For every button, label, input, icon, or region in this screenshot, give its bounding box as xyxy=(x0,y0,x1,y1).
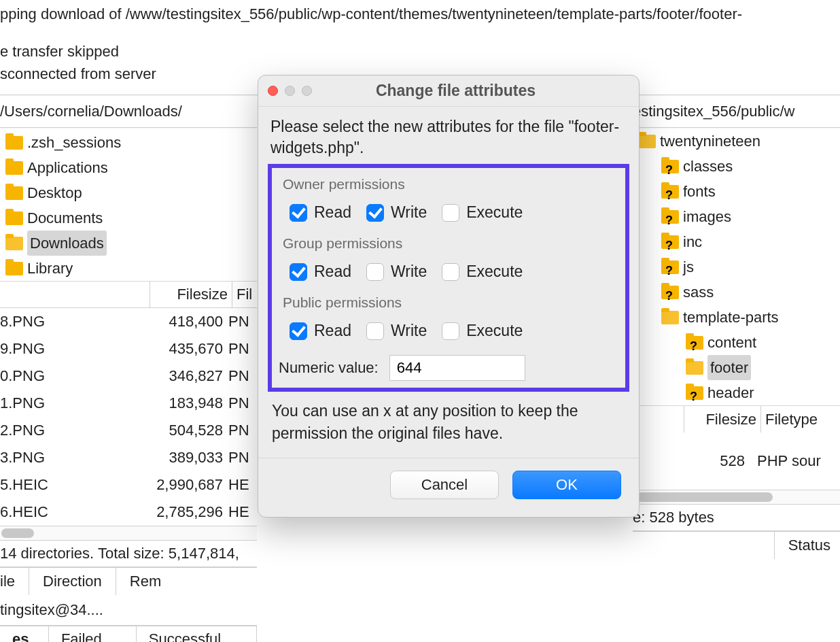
file-size: 2,990,687 xyxy=(121,471,223,499)
file-type: PN xyxy=(223,444,256,471)
tree-item[interactable]: sass xyxy=(633,280,840,305)
queue-col-direction[interactable]: Direction xyxy=(33,573,111,590)
owner-read-check[interactable]: Read xyxy=(290,203,351,222)
tree-item[interactable]: classes xyxy=(633,154,840,179)
file-type: HE xyxy=(223,471,256,499)
folder-unknown-icon xyxy=(661,185,679,199)
col-filetype[interactable]: Filetype xyxy=(765,411,840,428)
local-status: 14 directories. Total size: 5,147,814, xyxy=(0,541,257,567)
table-row[interactable]: 3.PNG389,033PN xyxy=(0,444,257,471)
tree-item[interactable]: inc xyxy=(633,229,840,254)
public-read-check[interactable]: Read xyxy=(290,322,351,340)
local-folder-tree[interactable]: .zsh_sessionsApplicationsDesktopDocument… xyxy=(0,129,257,281)
remote-hscroll[interactable] xyxy=(633,490,840,505)
file-type: PHP sour xyxy=(745,452,840,470)
folder-unknown-icon xyxy=(661,210,679,224)
tab-successful[interactable]: Successful transfers (4) xyxy=(137,626,257,642)
table-row[interactable]: 8.PNG418,400PN xyxy=(0,308,257,335)
table-row[interactable]: 2.PNG504,528PN xyxy=(0,417,257,444)
tree-item[interactable]: js xyxy=(633,254,840,280)
local-file-list[interactable]: 8.PNG418,400PN9.PNG435,670PN0.PNG346,827… xyxy=(0,308,257,526)
sidebar-item[interactable]: Downloads xyxy=(0,231,257,256)
log-line: pping download of /www/testingsitex_556/… xyxy=(0,3,840,25)
remote-path[interactable]: estingsitex_556/public/w xyxy=(633,96,840,127)
tree-item[interactable]: fonts xyxy=(633,179,840,204)
checkbox-icon xyxy=(442,204,459,222)
local-hscroll[interactable] xyxy=(0,526,257,541)
table-row[interactable]: 1.PNG183,948PN xyxy=(0,390,257,417)
cancel-button[interactable]: Cancel xyxy=(390,471,499,499)
dialog-buttons: Cancel OK xyxy=(258,458,639,517)
tree-root[interactable]: twentynineteen xyxy=(660,129,760,154)
group-write-check[interactable]: Write xyxy=(366,263,427,281)
file-size: 346,827 xyxy=(121,362,223,390)
folder-unknown-icon xyxy=(661,260,679,274)
sidebar-item[interactable]: Documents xyxy=(0,205,257,231)
folder-icon xyxy=(5,262,23,275)
col-filetype[interactable]: Fil xyxy=(237,286,257,303)
file-name: 8.PNG xyxy=(0,308,121,335)
table-row[interactable]: 5.HEIC2,990,687HE xyxy=(0,471,257,499)
tab-failed[interactable]: Failed transfers xyxy=(49,626,137,642)
dialog-titlebar[interactable]: Change file attributes xyxy=(258,75,639,107)
folder-label: classes xyxy=(683,154,733,179)
folder-label: inc xyxy=(683,229,702,254)
sidebar-item[interactable]: Library xyxy=(0,256,257,281)
sidebar-item[interactable]: Desktop xyxy=(0,180,257,205)
folder-unknown-icon xyxy=(661,286,679,299)
remote-folder-tree[interactable]: twentynineteen classesfontsimagesincjssa… xyxy=(633,129,840,405)
queue-col-remote[interactable]: Rem xyxy=(120,573,171,590)
public-write-check[interactable]: Write xyxy=(366,322,427,340)
checkbox-icon xyxy=(290,204,307,222)
sidebar-item[interactable]: Applications xyxy=(0,155,257,180)
tree-item[interactable]: content xyxy=(657,330,840,355)
owner-execute-check[interactable]: Execute xyxy=(442,203,523,222)
queue-col-status[interactable]: Status xyxy=(779,537,840,554)
permissions-highlight: Owner permissions Read Write Execute Gro… xyxy=(268,164,629,392)
folder-label: fonts xyxy=(683,179,716,204)
queue-header-right: Status xyxy=(633,530,840,559)
group-execute-check[interactable]: Execute xyxy=(442,263,523,281)
folder-label: sass xyxy=(683,280,714,305)
folder-icon xyxy=(5,212,23,225)
group-read-check[interactable]: Read xyxy=(290,263,351,281)
window-close-icon[interactable] xyxy=(268,86,278,96)
owner-write-check[interactable]: Write xyxy=(366,203,427,222)
folder-label: Desktop xyxy=(27,180,82,205)
folder-label: Library xyxy=(27,256,73,281)
public-permissions: Public permissions Read Write Execute xyxy=(277,290,620,350)
file-name: 9.PNG xyxy=(0,335,121,362)
numeric-value-input[interactable] xyxy=(389,355,525,381)
tree-item[interactable]: footer xyxy=(657,355,840,380)
queue-row[interactable]: tingsitex@34.... xyxy=(0,595,257,625)
dialog-instruction: Please select the new attributes for the… xyxy=(268,116,629,163)
folder-unknown-icon xyxy=(661,160,679,173)
tree-item[interactable]: images xyxy=(633,204,840,229)
dialog-title: Change file attributes xyxy=(282,82,629,100)
file-size: 435,670 xyxy=(121,335,223,362)
table-row[interactable]: 0.PNG346,827PN xyxy=(0,362,257,390)
table-row[interactable]: 9.PNG435,670PN xyxy=(0,335,257,362)
queue-col-file[interactable]: ile xyxy=(0,573,24,590)
ok-button[interactable]: OK xyxy=(512,471,621,499)
numeric-label: Numeric value: xyxy=(279,359,379,377)
local-path[interactable]: /Users/cornelia/Downloads/ xyxy=(0,103,182,120)
sidebar-item[interactable]: .zsh_sessions xyxy=(0,130,257,155)
folder-label: footer xyxy=(707,355,751,380)
file-type: PN xyxy=(223,308,256,335)
checkbox-icon xyxy=(366,263,384,281)
tab-queued[interactable]: es (1) xyxy=(0,626,49,642)
table-row[interactable]: 6.HEIC2,785,296HE xyxy=(0,499,257,526)
checkbox-icon xyxy=(442,263,459,281)
public-execute-check[interactable]: Execute xyxy=(442,322,523,340)
remote-file-row[interactable]: 528 PHP sour xyxy=(633,446,840,476)
col-filesize[interactable]: Filesize xyxy=(154,286,228,303)
folder-icon xyxy=(5,186,23,200)
col-filesize[interactable]: Filesize xyxy=(688,411,756,428)
file-name: 6.HEIC xyxy=(0,499,121,526)
file-size: 504,528 xyxy=(121,417,223,444)
tree-item[interactable]: template-parts xyxy=(683,305,779,330)
file-size: 183,948 xyxy=(121,390,223,417)
tree-item[interactable]: header xyxy=(657,380,840,405)
transfer-tabs: es (1) Failed transfers Successful trans… xyxy=(0,625,257,642)
